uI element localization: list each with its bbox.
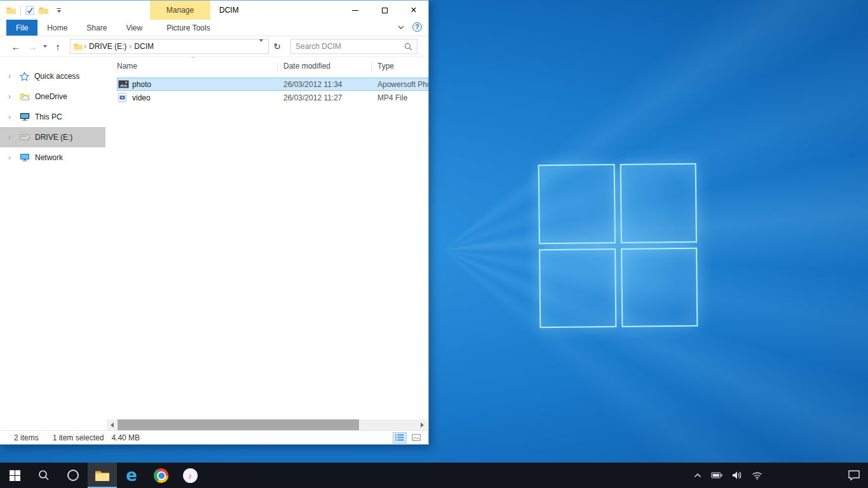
up-button[interactable]: ↑	[50, 41, 66, 52]
back-button[interactable]: ←	[8, 41, 24, 52]
taskbar-search-button[interactable]	[29, 463, 58, 488]
window-controls: ×	[341, 1, 428, 20]
view-toggles	[393, 432, 423, 444]
this-pc-monitor-icon	[20, 112, 30, 121]
tab-view[interactable]: View	[116, 20, 152, 36]
column-divider[interactable]	[277, 62, 278, 72]
volume-icon[interactable]	[732, 471, 742, 480]
address-dropdown[interactable]	[257, 42, 265, 51]
tab-picture-tools[interactable]: Picture Tools	[157, 20, 219, 36]
sidebar-item-quick-access[interactable]: › Quick access	[0, 66, 105, 86]
selection-count: 1 item selected	[53, 433, 104, 442]
navigation-pane: › Quick access › OneDrive › This PC	[0, 57, 105, 419]
action-center-button[interactable]	[840, 463, 868, 488]
recent-locations-dropdown[interactable]	[41, 45, 50, 48]
sidebar-item-this-pc[interactable]: › This PC	[0, 107, 105, 127]
folder-icon	[74, 43, 83, 50]
quick-access-star-icon	[20, 72, 29, 81]
column-header-date-modified[interactable]: Date modified	[283, 62, 330, 71]
taskbar: e ♪	[0, 463, 868, 488]
tab-share[interactable]: Share	[77, 20, 116, 36]
breadcrumb-drive[interactable]: DRIVE (E:)	[86, 42, 129, 51]
windows-logo-pane	[539, 248, 616, 329]
quick-access-toolbar	[6, 1, 65, 20]
tab-home[interactable]: Home	[37, 20, 77, 36]
window-content: › Quick access › OneDrive › This PC	[0, 57, 428, 419]
start-button[interactable]	[0, 463, 29, 488]
new-folder-button[interactable]	[39, 6, 48, 15]
cortana-button[interactable]	[58, 463, 88, 488]
battery-icon[interactable]	[711, 472, 722, 478]
expand-ribbon-chevron-icon[interactable]	[398, 25, 404, 29]
sidebar-item-network[interactable]: › Network	[0, 147, 105, 168]
show-hidden-icons-chevron[interactable]	[694, 473, 702, 478]
manage-contextual-tab[interactable]: Manage	[150, 1, 210, 20]
column-divider[interactable]	[371, 62, 372, 72]
system-tray	[694, 463, 763, 488]
scrollbar-thumb[interactable]	[118, 419, 359, 430]
sidebar-item-onedrive[interactable]: › OneDrive	[0, 86, 105, 107]
network-icon	[20, 153, 30, 162]
title-bar[interactable]: Manage DCIM ×	[0, 1, 428, 20]
column-header-type[interactable]: Type	[377, 62, 394, 71]
taskbar-chrome-button[interactable]	[146, 463, 175, 488]
windows-logo-pane	[620, 163, 697, 243]
properties-button[interactable]	[25, 6, 34, 15]
search-input[interactable]	[291, 42, 404, 51]
customize-qat-dropdown[interactable]	[53, 7, 65, 14]
scroll-right-arrow[interactable]	[417, 419, 428, 430]
minimize-button[interactable]	[341, 1, 370, 20]
thumbnails-view-button[interactable]	[409, 432, 423, 444]
itunes-icon: ♪	[183, 468, 198, 483]
navigation-bar: ← → ↑ › DRIVE (E:) › DCIM ↻	[0, 36, 428, 57]
refresh-button[interactable]: ↻	[269, 41, 285, 52]
chevron-right-icon: ›	[8, 153, 15, 162]
search-box	[290, 39, 417, 54]
ribbon-controls: ?	[398, 22, 422, 32]
manage-label: Manage	[166, 6, 194, 15]
file-row-photo[interactable]: photo 26/03/2012 11:34 Apowersoft Pho	[117, 78, 428, 91]
cortana-circle-icon	[67, 470, 79, 481]
details-view-button[interactable]	[393, 432, 407, 444]
item-count: 2 items	[14, 433, 39, 442]
forward-button[interactable]: →	[24, 41, 41, 52]
address-bar[interactable]: › DRIVE (E:) › DCIM	[70, 39, 269, 54]
column-header-name[interactable]: Name	[117, 62, 137, 71]
file-explorer-window: Manage DCIM × File Home Share View Pictu…	[0, 0, 429, 445]
photo-file-icon	[118, 78, 129, 91]
help-button[interactable]: ?	[412, 22, 422, 32]
windows-logo-pane	[538, 164, 616, 244]
chrome-icon	[151, 465, 170, 485]
folder-icon	[6, 6, 16, 15]
taskbar-file-explorer-button[interactable]	[88, 463, 117, 488]
sidebar-item-drive-e[interactable]: › DRIVE (E:)	[0, 127, 105, 147]
file-list[interactable]: ˆ Name Date modified Type photo 26/03/20…	[105, 57, 428, 419]
file-row-video[interactable]: video 26/03/2012 11:27 MP4 File	[117, 91, 428, 104]
onedrive-icon	[20, 92, 30, 101]
chevron-right-icon: ›	[8, 112, 15, 121]
tab-file[interactable]: File	[6, 20, 37, 36]
chevron-right-icon: ›	[8, 72, 15, 81]
breadcrumb-dcim[interactable]: DCIM	[132, 42, 156, 51]
file-explorer-folder-icon	[95, 470, 110, 482]
divider	[20, 6, 21, 15]
sort-ascending-icon: ˆ	[192, 57, 194, 65]
window-title: DCIM	[219, 1, 239, 20]
selection-size: 4.40 MB	[111, 433, 140, 442]
horizontal-scrollbar[interactable]	[107, 419, 428, 430]
chevron-right-icon: ›	[8, 133, 15, 142]
ribbon-tab-row: File Home Share View Picture Tools	[0, 20, 428, 36]
chevron-right-icon: ›	[8, 92, 15, 101]
windows-logo-pane	[621, 247, 698, 327]
drive-icon	[20, 134, 30, 140]
close-button[interactable]: ×	[399, 1, 428, 20]
taskbar-edge-button[interactable]: e	[117, 463, 146, 488]
network-wifi-icon[interactable]	[752, 471, 763, 480]
scroll-left-arrow[interactable]	[107, 419, 118, 430]
search-icon	[38, 470, 50, 481]
maximize-button[interactable]	[370, 1, 399, 20]
windows-logo-wallpaper	[538, 163, 698, 329]
search-icon	[404, 43, 412, 51]
video-file-icon	[118, 91, 126, 104]
taskbar-itunes-button[interactable]: ♪	[175, 463, 205, 488]
